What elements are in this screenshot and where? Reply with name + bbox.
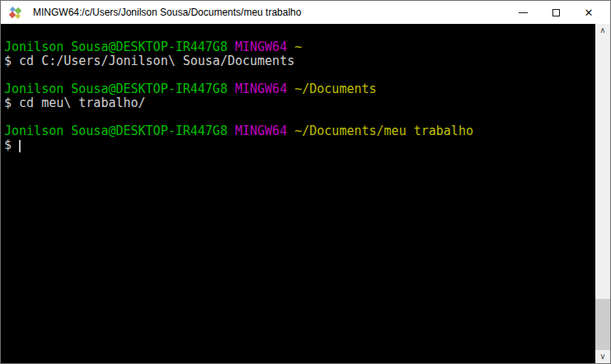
window-title: MINGW64:/c/Users/Jonilson Sousa/Document…	[33, 7, 506, 18]
scrollbar[interactable]: ∧ ∨	[595, 24, 610, 363]
scroll-down-button[interactable]: ∨	[595, 350, 610, 363]
prompt-user-host: Jonilson Sousa@DESKTOP-IR447G8	[4, 124, 228, 138]
blank-line	[4, 26, 595, 40]
input-line[interactable]: $	[4, 138, 595, 152]
blank-line	[4, 110, 595, 124]
scroll-up-button[interactable]: ∧	[595, 24, 610, 37]
command-line: $ cd meu\ trabalho/	[4, 96, 595, 110]
terminal-screen[interactable]: Jonilson Sousa@DESKTOP-IR447G8 MINGW64 ~…	[1, 24, 595, 363]
prompt-char: $	[4, 138, 12, 152]
close-button[interactable]: ✕	[572, 1, 605, 24]
scroll-down-icon: ∨	[599, 352, 605, 361]
prompt-path: ~/Documents/meu trabalho	[294, 124, 473, 138]
terminal-cursor	[19, 140, 21, 152]
minimize-button[interactable]	[506, 1, 539, 24]
scrollbar-track[interactable]	[595, 37, 610, 350]
mintty-window: MINGW64:/c/Users/Jonilson Sousa/Document…	[0, 0, 611, 364]
maximize-icon	[552, 9, 560, 16]
window-controls: ✕	[506, 1, 610, 24]
scroll-up-icon: ∧	[599, 26, 605, 35]
prompt-line: Jonilson Sousa@DESKTOP-IR447G8 MINGW64 ~…	[4, 82, 595, 96]
scrollbar-thumb[interactable]	[595, 299, 610, 350]
prompt-msystem: MINGW64	[235, 82, 287, 96]
command-line: $ cd C:/Users/Jonilson\ Sousa/Documents	[4, 54, 595, 68]
prompt-line: Jonilson Sousa@DESKTOP-IR447G8 MINGW64 ~	[4, 40, 595, 54]
maximize-button[interactable]	[539, 1, 572, 24]
prompt-user-host: Jonilson Sousa@DESKTOP-IR447G8	[4, 82, 228, 96]
terminal-area[interactable]: Jonilson Sousa@DESKTOP-IR447G8 MINGW64 ~…	[1, 24, 610, 363]
blank-line	[4, 68, 595, 82]
prompt-msystem: MINGW64	[235, 40, 287, 54]
prompt-path: ~/Documents	[294, 82, 376, 96]
prompt-user-host: Jonilson Sousa@DESKTOP-IR447G8	[4, 40, 228, 54]
minimize-icon	[519, 12, 528, 13]
prompt-msystem: MINGW64	[235, 124, 287, 138]
prompt-path: ~	[294, 40, 302, 54]
prompt-line: Jonilson Sousa@DESKTOP-IR447G8 MINGW64 ~…	[4, 124, 595, 138]
msys2-app-icon	[9, 6, 22, 19]
titlebar[interactable]: MINGW64:/c/Users/Jonilson Sousa/Document…	[1, 1, 610, 24]
close-icon: ✕	[585, 7, 594, 18]
